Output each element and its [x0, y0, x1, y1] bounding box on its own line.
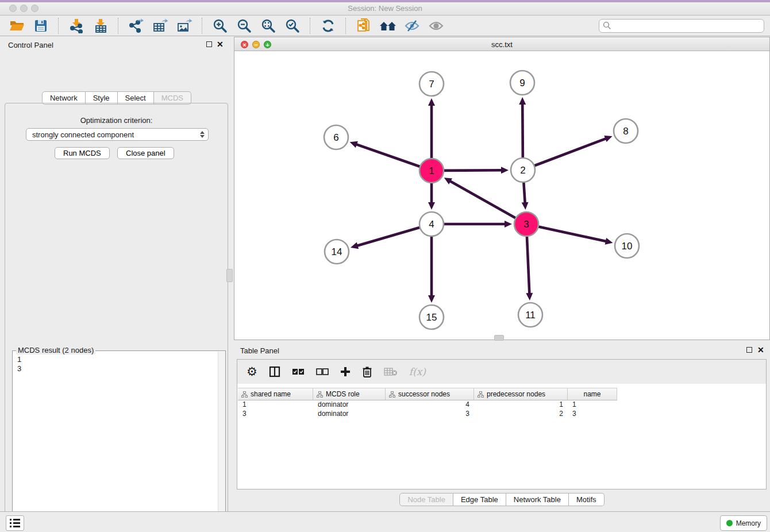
cell-shared-name[interactable]: 3	[238, 409, 313, 418]
edge-2-3[interactable]	[523, 181, 525, 203]
edge-3-11[interactable]	[527, 235, 530, 294]
column-header-name[interactable]: name	[568, 388, 617, 400]
column-type-icon	[317, 391, 323, 398]
tab-node-table[interactable]: Node Table	[399, 493, 453, 506]
zoom-out-button[interactable]	[233, 17, 255, 35]
open-session-button[interactable]	[6, 17, 28, 35]
float-panel-icon[interactable]	[206, 41, 212, 47]
refresh-layout-icon	[321, 18, 336, 33]
close-panel-icon[interactable]: ✕	[217, 41, 224, 48]
apply-layout-button[interactable]	[317, 17, 339, 35]
edge-3-10[interactable]	[537, 226, 607, 241]
column-header-shared-name[interactable]: shared name	[238, 388, 313, 400]
export-network-button[interactable]	[125, 17, 147, 35]
arrowhead-4-14	[351, 242, 359, 249]
delete-column-button[interactable]	[362, 364, 372, 379]
table-header-row: shared nameMCDS rolesuccessor nodesprede…	[238, 388, 617, 400]
save-session-button[interactable]	[30, 17, 52, 35]
table-row[interactable]: 1dominator411	[238, 400, 765, 409]
close-table-panel-icon[interactable]: ✕	[757, 346, 764, 353]
search-field[interactable]	[599, 19, 764, 33]
tab-network-table[interactable]: Network Table	[506, 493, 569, 506]
column-type-icon	[389, 391, 395, 398]
node-8[interactable]: 8	[614, 119, 638, 143]
svg-text:8: 8	[623, 126, 628, 137]
show-all-button[interactable]	[425, 17, 447, 35]
mcds-result-scrollbar[interactable]	[218, 352, 225, 532]
node-6[interactable]: 6	[324, 125, 348, 149]
unselect-all-columns-button[interactable]	[316, 364, 329, 379]
column-header-MCDS-role[interactable]: MCDS role	[313, 388, 386, 400]
arrowhead-3-10	[605, 238, 613, 245]
node-15[interactable]: 15	[419, 305, 444, 329]
import-table-button[interactable]	[90, 17, 111, 35]
arrowhead-4-3	[505, 221, 512, 228]
add-column-button[interactable]	[340, 364, 351, 379]
node-2[interactable]: 2	[511, 158, 535, 182]
edge-3-1[interactable]	[449, 181, 517, 219]
export-table-button[interactable]	[149, 17, 171, 35]
node-7[interactable]: 7	[419, 72, 444, 96]
arrowhead-2-3	[522, 202, 529, 210]
edge-1-6[interactable]	[356, 144, 421, 167]
select-all-columns-button[interactable]	[292, 364, 305, 379]
cell-shared-name[interactable]: 1	[238, 400, 313, 409]
cell-MCDS-role[interactable]: dominator	[313, 409, 386, 418]
tab-edge-table[interactable]: Edge Table	[453, 493, 506, 506]
edge-2-9[interactable]	[522, 103, 523, 159]
svg-text:10: 10	[622, 241, 633, 252]
first-neighbors-button[interactable]	[377, 17, 399, 35]
cell-successor-nodes[interactable]: 3	[386, 409, 474, 418]
main-toolbar	[0, 16, 770, 36]
cell-MCDS-role[interactable]: dominator	[313, 400, 386, 409]
duplicate-network-button[interactable]	[353, 17, 375, 35]
cell-name[interactable]: 3	[568, 409, 617, 418]
svg-text:4: 4	[429, 219, 434, 230]
task-history-button[interactable]	[6, 515, 24, 531]
float-table-panel-icon[interactable]	[746, 347, 752, 353]
optimization-criterion-select[interactable]: strongly connected component	[26, 128, 209, 141]
delete-table-button[interactable]	[384, 364, 398, 379]
node-11[interactable]: 11	[518, 303, 542, 327]
zoom-in-button[interactable]	[209, 17, 231, 35]
import-network-icon	[69, 18, 84, 33]
node-10[interactable]: 10	[615, 234, 639, 258]
table-row[interactable]: 3dominator323	[238, 409, 765, 418]
node-14[interactable]: 14	[325, 240, 349, 264]
network-canvas[interactable]: 7968124314101511	[234, 51, 770, 340]
cell-predecessor-nodes[interactable]: 2	[474, 409, 568, 418]
column-header-successor-nodes[interactable]: successor nodes	[386, 388, 474, 400]
memory-button[interactable]: Memory	[720, 515, 767, 531]
node-3[interactable]: 3	[514, 212, 538, 236]
node-9[interactable]: 9	[510, 71, 534, 95]
edge-4-14[interactable]	[357, 227, 421, 246]
select-all-columns-icon	[292, 368, 305, 375]
optimization-criterion-value: strongly connected component	[32, 130, 200, 139]
export-image-button[interactable]	[174, 17, 195, 35]
arrowhead-1-6	[350, 141, 358, 148]
node-1[interactable]: 1	[419, 159, 444, 183]
import-network-button[interactable]	[66, 17, 87, 35]
cell-predecessor-nodes[interactable]: 1	[474, 400, 568, 409]
node-4[interactable]: 4	[419, 212, 444, 236]
close-panel-button[interactable]: Close panel	[117, 147, 174, 159]
vertical-splitter-handle[interactable]	[226, 269, 233, 282]
cell-successor-nodes[interactable]: 4	[386, 400, 474, 409]
gear-button[interactable]: ⚙	[247, 364, 257, 379]
column-label: predecessor nodes	[487, 390, 545, 398]
fit-content-button[interactable]	[257, 17, 279, 35]
zoom-in-icon	[213, 18, 228, 33]
function-builder-button[interactable]: f(x)	[409, 364, 426, 379]
search-input[interactable]	[614, 21, 760, 30]
edge-2-8[interactable]	[533, 138, 607, 166]
zoom-selected-button[interactable]	[282, 17, 303, 35]
column-header-predecessor-nodes[interactable]: predecessor nodes	[474, 388, 568, 400]
cell-name[interactable]: 1	[568, 400, 617, 409]
split-columns-button[interactable]	[269, 364, 280, 379]
run-mcds-button[interactable]: Run MCDS	[55, 147, 110, 159]
tab-motifs[interactable]: Motifs	[569, 493, 605, 506]
edge-1-2[interactable]	[442, 170, 502, 171]
horizontal-splitter-handle[interactable]	[494, 335, 504, 341]
hide-selected-button[interactable]	[401, 17, 423, 35]
function-builder-icon: f(x)	[409, 366, 426, 377]
